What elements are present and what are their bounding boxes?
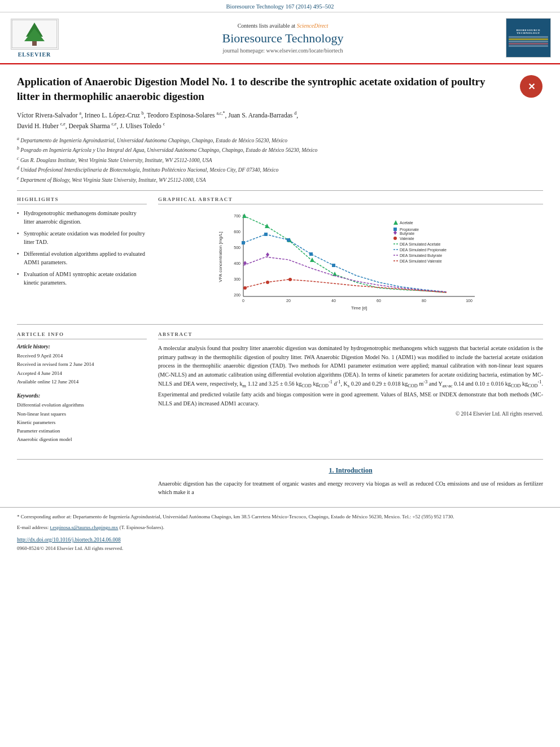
svg-rect-30 — [287, 238, 290, 242]
cover-lines — [509, 36, 548, 47]
svg-text:20: 20 — [286, 299, 291, 303]
abstract-text: A molecular analysis found that poultry … — [158, 344, 543, 408]
homepage-line: journal homepage: www.elsevier.com/locat… — [67, 47, 499, 54]
authors: Víctor Rivera-Salvador a, Irineo L. Lópe… — [17, 110, 543, 131]
introduction-text: Anaerobic digestion has the capacity for… — [158, 479, 543, 497]
affiliation-c: c Gus R. Douglass Institute, West Virgin… — [17, 155, 543, 164]
svg-text:DEA Simulated Valerate: DEA Simulated Valerate — [400, 259, 442, 263]
affiliations: a Departamento de Ingeniería Agroindustr… — [17, 136, 543, 191]
svg-rect-29 — [264, 233, 268, 236]
svg-text:Butyrate: Butyrate — [400, 231, 414, 236]
and-word-intro: and — [318, 480, 326, 487]
svg-text:Valerate: Valerate — [400, 237, 414, 241]
svg-marker-42 — [393, 230, 397, 235]
svg-text:DEA Simulated Acetate: DEA Simulated Acetate — [400, 242, 440, 246]
svg-text:0: 0 — [242, 299, 244, 303]
doi-link[interactable]: http://dx.doi.org/10.1016/j.biortech.201… — [17, 537, 121, 543]
cover-title: BIORESOURCETECHNOLOGY — [517, 29, 540, 34]
svg-text:700: 700 — [234, 214, 240, 218]
copyright-line: © 2014 Elsevier Ltd. All rights reserved… — [158, 411, 543, 417]
highlights-list: Hydrogenotrophic methanogens dominate po… — [17, 209, 147, 287]
highlights-and-graph: HIGHLIGHTS Hydrogenotrophic methanogens … — [17, 196, 543, 316]
svg-rect-28 — [242, 241, 245, 244]
keywords-list: Differential evolution algorithms Non-li… — [17, 401, 147, 444]
elsevier-logo-box — [11, 19, 59, 50]
svg-marker-38 — [393, 220, 398, 225]
svg-text:✕: ✕ — [528, 82, 535, 91]
article-body: Application of Anaerobic Digestion Model… — [0, 64, 560, 507]
introduction-section: 1. Introduction Anaerobic digestion has … — [17, 466, 543, 497]
svg-rect-3 — [32, 41, 37, 46]
crossmark-logo[interactable]: ✕ — [519, 75, 543, 98]
sciencedirect-link[interactable]: ScienceDirect — [297, 23, 329, 29]
svg-text:600: 600 — [234, 230, 240, 234]
and-word: and — [266, 391, 274, 397]
journal-cover-image: BIORESOURCETECHNOLOGY — [506, 18, 551, 58]
journal-header: ELSEVIER Contents lists available at Sci… — [0, 12, 560, 64]
email-link[interactable]: t.espinosa.s@taurus.chapingo.mx — [50, 525, 118, 530]
history-dates: Received 9 April 2014 Received in revise… — [17, 352, 147, 386]
article-history: Article history: Received 9 April 2014 R… — [17, 344, 147, 386]
svg-text:100: 100 — [466, 299, 473, 303]
svg-text:Time [d]: Time [d] — [351, 305, 368, 311]
svg-point-35 — [243, 286, 247, 290]
highlights-heading: HIGHLIGHTS — [17, 196, 147, 204]
highlight-3: Differential evolution algorithms applie… — [17, 250, 147, 267]
elsevier-label: ELSEVIER — [18, 51, 51, 58]
svg-marker-33 — [243, 261, 247, 265]
affiliation-e: e Department of Biology, West Virginia S… — [17, 175, 543, 184]
intro-content: 1. Introduction Anaerobic digestion has … — [158, 466, 543, 497]
graphical-abstract-section: GRAPHICAL ABSTRACT VFA concentration [mg… — [158, 196, 543, 316]
contents-line: Contents lists available at ScienceDirec… — [67, 23, 499, 29]
article-info-and-abstract: ARTICLE INFO Article history: Received 9… — [17, 324, 543, 451]
svg-point-37 — [288, 278, 292, 281]
svg-point-36 — [266, 281, 269, 284]
svg-point-44 — [393, 237, 397, 240]
intro-left-spacer — [17, 466, 147, 497]
keywords-label: Keywords: — [17, 393, 147, 399]
affiliation-a: a Departamento de Ingeniería Agroindustr… — [17, 136, 543, 145]
article-info-section: ARTICLE INFO Article history: Received 9… — [17, 331, 147, 451]
svg-text:Acetate: Acetate — [400, 221, 413, 225]
footer: * Corresponding author at: Departamento … — [0, 507, 560, 557]
highlight-1: Hydrogenotrophic methanogens dominate po… — [17, 209, 147, 226]
article-info-heading: ARTICLE INFO — [17, 331, 147, 339]
citation-text: Bioresource Technology 167 (2014) 495–50… — [226, 3, 334, 10]
svg-text:400: 400 — [234, 261, 240, 265]
section-divider — [17, 459, 543, 460]
corresponding-author-note: * Corresponding author at: Departamento … — [17, 513, 543, 521]
highlight-2: Syntrophic acetate oxidation was modeled… — [17, 229, 147, 246]
highlight-4: Evaluation of ADM1 syntrophic acetate ox… — [17, 270, 147, 287]
journal-center-info: Contents lists available at ScienceDirec… — [67, 23, 499, 54]
graphical-abstract-heading: GRAPHICAL ABSTRACT — [158, 196, 543, 204]
introduction-heading: 1. Introduction — [158, 466, 543, 475]
email-note: E-mail address: t.espinosa.s@taurus.chap… — [17, 524, 543, 532]
issn-line: 0960-8524/© 2014 Elsevier Ltd. All right… — [17, 545, 543, 551]
doi-section: http://dx.doi.org/10.1016/j.biortech.201… — [17, 535, 543, 544]
svg-text:300: 300 — [234, 277, 240, 281]
svg-marker-34 — [266, 252, 269, 257]
svg-text:200: 200 — [234, 293, 240, 297]
journal-title: Bioresource Technology — [67, 31, 499, 46]
abstract-heading: ABSTRACT — [158, 331, 543, 339]
svg-text:60: 60 — [377, 299, 381, 303]
elsevier-logo: ELSEVIER — [9, 19, 60, 58]
graphical-abstract-chart: VFA concentration [mg/L] 700 600 500 400… — [158, 209, 543, 316]
affiliation-b: b Posgrado en Ingeniería Agrícola y Uso … — [17, 145, 543, 154]
svg-rect-31 — [309, 252, 313, 256]
svg-text:DEA Simulated Butyrate: DEA Simulated Butyrate — [400, 254, 442, 258]
svg-marker-26 — [310, 257, 314, 262]
svg-text:VFA concentration [mg/L]: VFA concentration [mg/L] — [218, 231, 223, 282]
citation-bar: Bioresource Technology 167 (2014) 495–50… — [0, 0, 560, 12]
highlights-section: HIGHLIGHTS Hydrogenotrophic methanogens … — [17, 196, 147, 316]
svg-text:DEA Simulated Propionate: DEA Simulated Propionate — [400, 248, 447, 252]
svg-text:40: 40 — [331, 299, 336, 303]
svg-rect-32 — [332, 264, 335, 267]
affiliation-d: d Unidad Profesional Interdisciplinaria … — [17, 165, 543, 174]
abstract-section: ABSTRACT A molecular analysis found that… — [158, 331, 543, 451]
article-keywords: Keywords: Differential evolution algorit… — [17, 393, 147, 444]
svg-text:500: 500 — [234, 246, 240, 250]
article-title: Application of Anaerobic Digestion Model… — [17, 75, 543, 103]
svg-text:80: 80 — [422, 299, 426, 303]
history-label: Article history: — [17, 344, 147, 350]
